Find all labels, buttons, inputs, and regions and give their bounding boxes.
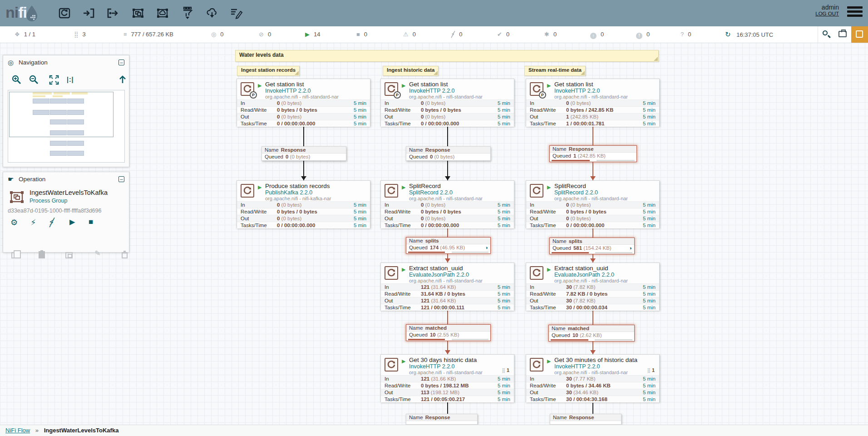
- zoom-out-button[interactable]: [29, 74, 39, 85]
- running-state-icon: ▶: [547, 358, 551, 364]
- annotation-label-ingest-station-records[interactable]: Ingest station records: [237, 66, 300, 76]
- processor-get-30-days-historic-data[interactable]: P ▶ Get 30 days historic data InvokeHTTP…: [380, 354, 514, 402]
- cluster-icon: ❖: [15, 26, 20, 43]
- connection-label-response[interactable]: NameResponse Queued0 (0 bytes)◑: [406, 146, 491, 161]
- processor-type-icon: P: [385, 358, 398, 372]
- queue-fill-bars: [406, 338, 490, 341]
- flow-canvas[interactable]: Water levels data Ingest station records…: [0, 0, 868, 436]
- stat-row-read-write: Read/Write0 bytes / 0 bytes5 min: [381, 208, 514, 215]
- processor-extract-station-uuid[interactable]: P ▶ Extract station_uuid EvaluateJsonPat…: [380, 263, 514, 310]
- search-button[interactable]: [818, 26, 834, 43]
- birdseye-minimap[interactable]: [8, 90, 125, 163]
- processor-type-icon: P: [241, 184, 254, 198]
- primary-node-badge: P: [250, 91, 257, 99]
- collapse-navigation-button[interactable]: –: [118, 59, 124, 65]
- processor-get-station-list[interactable]: P ▶ Get station list InvokeHTTP 2.2.0 or…: [380, 79, 514, 126]
- connection-label-response[interactable]: NameResponse ◑: [406, 414, 478, 425]
- stat-row-read-write: Read/Write7.82 KB / 0 bytes5 min: [526, 290, 659, 297]
- processor-splitrecord[interactable]: P ▶ SplitRecord SplitRecord 2.2.0 org.ap…: [380, 180, 514, 228]
- processor-get-30-minutes-of-historic-data[interactable]: P ▶ Get 30 minutes of historic data Invo…: [526, 354, 660, 402]
- running-state-icon: ▶: [402, 184, 405, 190]
- load-balance-icon: ◑: [629, 245, 632, 252]
- status-invalid-components: ⚠0: [403, 26, 416, 43]
- stat-row-read-write: Read/Write0 bytes / 242.85 KB5 min: [526, 106, 659, 113]
- copy-button[interactable]: [11, 252, 17, 258]
- label-icon[interactable]: [230, 6, 244, 20]
- minimap-processor-block: [67, 141, 84, 146]
- up-to-date-icon: ✔: [497, 26, 502, 43]
- status-locally-modified-stale-versioned: !0: [636, 26, 650, 43]
- connection-label-response[interactable]: NameResponse Queued1 (242.85 KB)◑: [549, 145, 637, 162]
- processor-type-icon: P: [241, 82, 254, 96]
- processor-name: Get station list: [409, 81, 483, 88]
- selected-component-id: d33ea87d-0195-1000-ffff-ffffa8f3d696: [8, 208, 101, 214]
- connection-queued-row: ◑: [406, 421, 477, 425]
- processor-produce-station-records[interactable]: P ▶ Produce station records PublishKafka…: [237, 180, 370, 228]
- output-port-icon[interactable]: [107, 6, 121, 20]
- configure-button[interactable]: ⚙: [10, 218, 18, 228]
- minimap-viewport[interactable]: [9, 92, 113, 137]
- hand-icon: ☛: [8, 172, 14, 187]
- remote-process-group-icon[interactable]: [156, 6, 170, 20]
- go-to-parent-button[interactable]: [118, 74, 128, 84]
- color-button[interactable]: ✎: [94, 249, 100, 258]
- running-state-icon: ▶: [258, 184, 261, 190]
- running-state-icon: ▶: [547, 184, 551, 190]
- connection-name-row: Namesplits: [550, 238, 634, 245]
- compass-icon: ◎: [8, 55, 14, 70]
- connection-label-matched[interactable]: Namematched Queued10 (2.62 KB)◑: [548, 325, 635, 342]
- start-button[interactable]: ▶: [69, 218, 75, 226]
- process-group-icon: [9, 189, 25, 205]
- processor-icon[interactable]: [58, 6, 72, 20]
- connection-label-splits[interactable]: Namesplits Queued581 (154.24 KB)◑: [549, 238, 635, 254]
- processor-splitrecord[interactable]: P ▶ SplitRecord SplitRecord 2.2.0 org.ap…: [526, 180, 660, 228]
- refresh-icon[interactable]: ↻: [725, 26, 731, 43]
- stat-row-in: In121 (31.64 KB)5 min: [381, 283, 514, 290]
- connection-label-splits[interactable]: Namesplits Queued174 (46.95 KB)◑: [406, 237, 491, 254]
- input-port-icon[interactable]: [82, 6, 97, 20]
- breadcrumb-root-link[interactable]: NiFi Flow: [5, 427, 30, 434]
- queue-fill-bars: [550, 252, 634, 254]
- nifi-logo: nifi: [5, 4, 39, 21]
- collapse-operation-button[interactable]: –: [118, 176, 124, 182]
- processor-extract-station-uuid[interactable]: P ▶ Extract station_uuid EvaluateJsonPat…: [526, 263, 660, 310]
- running-state-icon: ▶: [402, 358, 405, 364]
- stop-button[interactable]: ■: [89, 218, 93, 227]
- annotation-label-stream-real-time-data[interactable]: Stream real-time data: [524, 66, 586, 76]
- paste-button[interactable]: [39, 251, 45, 258]
- status-sync-failure-versioned: ?0: [681, 26, 691, 43]
- connection-queued-row: Queued10 (2.62 KB)◑: [549, 332, 634, 339]
- logout-link[interactable]: LOG OUT: [815, 11, 839, 16]
- delete-button[interactable]: [122, 252, 128, 258]
- annotation-mode-button[interactable]: [851, 26, 868, 43]
- connection-name-row: Namematched: [549, 325, 634, 332]
- disable-button[interactable]: ⚡: [49, 218, 54, 228]
- zoom-fit-button[interactable]: [49, 74, 59, 85]
- status-connected-nodes: ❖1 / 1: [15, 26, 35, 43]
- processor-type-icon: P: [385, 184, 398, 198]
- refresh-status[interactable]: ↻ 16:37:05 UTC: [725, 26, 773, 43]
- utility-kit-button[interactable]: [834, 26, 851, 43]
- stat-row-out: Out30 (34.46 KB)5 min: [526, 389, 659, 396]
- processor-type: InvokeHTTP 2.2.0: [409, 88, 483, 94]
- zoom-actual-size-button[interactable]: |:|: [67, 76, 74, 83]
- invalid-icon: ⚠: [403, 26, 409, 43]
- operation-title: Operation: [19, 172, 45, 187]
- locally-modified-stale-icon: !: [636, 33, 642, 39]
- zoom-in-button[interactable]: [11, 74, 22, 85]
- processor-get-station-list[interactable]: P ▶ Get station list InvokeHTTP 2.2.0 or…: [526, 79, 660, 126]
- stat-row-out: Out1 (242.85 KB)5 min: [526, 113, 659, 120]
- connection-label-matched[interactable]: Namematched Queued10 (2.55 KB)◑: [406, 324, 491, 341]
- template-cloud-icon[interactable]: [205, 6, 220, 20]
- global-menu-button[interactable]: [847, 6, 863, 19]
- enable-button[interactable]: ⚡: [30, 218, 36, 228]
- group-button[interactable]: [65, 252, 73, 258]
- funnel-icon[interactable]: [181, 6, 195, 20]
- processor-get-station-list[interactable]: P ▶ Get station list InvokeHTTP 2.2.0 or…: [237, 79, 370, 126]
- annotation-label-ingest-historic-data[interactable]: Ingest historic data: [383, 66, 439, 76]
- process-group-icon[interactable]: [131, 6, 146, 20]
- connection-label-response[interactable]: NameResponse Queued0 (0 bytes)◑: [261, 146, 346, 161]
- connection-label-response[interactable]: NameResponse ◑: [550, 414, 621, 425]
- breadcrumb: NiFi Flow » IngestWaterLevelsToKafka: [0, 425, 868, 436]
- annotation-label-water-levels[interactable]: Water levels data: [235, 50, 659, 62]
